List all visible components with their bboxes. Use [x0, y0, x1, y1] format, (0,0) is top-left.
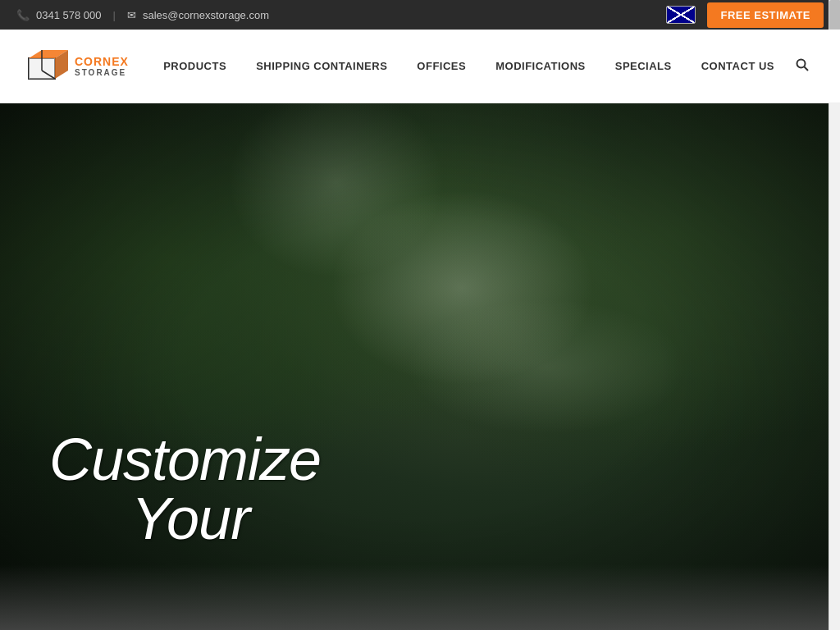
- nav-item-contact-us[interactable]: CONTACT US: [687, 52, 789, 80]
- svg-line-5: [805, 66, 809, 71]
- top-bar: 0341 578 000 | sales@cornexstorage.com F…: [0, 0, 840, 30]
- hero-headline-line1: Customize: [49, 430, 321, 489]
- top-bar-right: FREE ESTIMATE: [666, 2, 824, 28]
- nav-item-offices[interactable]: OFFICES: [402, 52, 481, 80]
- email-link[interactable]: sales@cornexstorage.com: [143, 9, 269, 21]
- hero-content: Customize Your: [49, 430, 321, 548]
- logo-link[interactable]: CORNEX STORAGE: [25, 43, 129, 89]
- hero-headline-line2: Your: [131, 489, 321, 548]
- nav-item-modifications[interactable]: MODIFICATIONS: [481, 52, 600, 80]
- nav-item-specials[interactable]: SPECIALS: [600, 52, 687, 80]
- email-icon: [127, 9, 136, 21]
- logo-icon: [25, 43, 70, 89]
- svg-point-4: [797, 59, 806, 67]
- australia-flag-icon[interactable]: [666, 6, 696, 24]
- hero-vignette: [0, 103, 840, 630]
- phone-icon: [16, 9, 30, 21]
- main-nav: PRODUCTS SHIPPING CONTAINERS OFFICES MOD…: [148, 52, 815, 81]
- search-icon: [796, 58, 809, 71]
- hero-road: [0, 564, 840, 630]
- main-header: CORNEX STORAGE PRODUCTS SHIPPING CONTAIN…: [0, 30, 840, 103]
- email-address: sales@cornexstorage.com: [143, 9, 269, 21]
- search-button[interactable]: [789, 52, 815, 81]
- nav-item-shipping-containers[interactable]: SHIPPING CONTAINERS: [241, 52, 402, 80]
- separator: |: [113, 9, 116, 21]
- nav-item-products[interactable]: PRODUCTS: [148, 52, 241, 80]
- hero-section: Customize Your: [0, 103, 840, 630]
- top-bar-contact: 0341 578 000 | sales@cornexstorage.com: [16, 9, 666, 21]
- logo-text: CORNEX STORAGE: [75, 55, 129, 77]
- free-estimate-button[interactable]: FREE ESTIMATE: [707, 2, 824, 28]
- phone-number: 0341 578 000: [36, 9, 102, 21]
- phone-link[interactable]: 0341 578 000: [36, 9, 102, 21]
